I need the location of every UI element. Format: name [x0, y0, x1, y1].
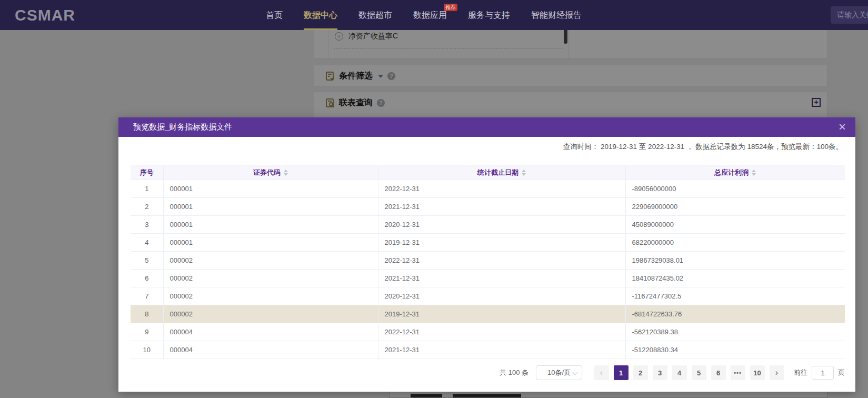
table-cell: 2019-12-31: [378, 234, 625, 252]
table-cell: 2021-12-31: [378, 341, 625, 359]
table-cell: 10: [131, 341, 163, 359]
prev-page-button[interactable]: ‹: [594, 365, 609, 380]
table-cell: 68220000000: [625, 234, 845, 252]
table-row[interactable]: 100000042021-12-31-512208830.34: [131, 341, 845, 359]
sort-icon[interactable]: [522, 170, 526, 176]
table-cell: 2022-12-31: [378, 252, 625, 270]
table-header-row: 序号证券代码统计截止日期总应计利润: [131, 165, 845, 180]
table-cell: -512208830.34: [625, 341, 845, 359]
table-cell: 8: [131, 305, 163, 323]
table-cell: 7: [131, 287, 163, 305]
table-cell: 2021-12-31: [378, 198, 625, 216]
nav-item-support[interactable]: 服务与支持: [468, 0, 510, 30]
table-cell: 2020-12-31: [378, 216, 625, 234]
query-info-text: 查询时间： 2019-12-31 至 2022-12-31 ， 数据总记录数为 …: [563, 142, 843, 152]
table-cell: -562120389.38: [625, 323, 845, 341]
table-cell: 000002: [163, 287, 378, 305]
page-size-select[interactable]: 10条/页: [536, 365, 582, 380]
table-cell: 000002: [163, 270, 378, 287]
table-row[interactable]: 20000012021-12-31229069000000: [131, 198, 845, 216]
table-cell: 4: [131, 234, 163, 252]
table-row[interactable]: 80000022019-12-31-6814722633.76: [131, 305, 845, 323]
goto-suffix: 页: [838, 368, 845, 377]
table-row[interactable]: 40000012019-12-3168220000000: [131, 234, 845, 252]
page-button-5[interactable]: 5: [692, 365, 706, 380]
table-row[interactable]: 50000022022-12-3119867329038.01: [131, 252, 845, 270]
table-cell: 2: [131, 198, 163, 216]
goto-page-input[interactable]: [812, 366, 834, 380]
page-button-2[interactable]: 2: [633, 365, 648, 380]
next-page-button[interactable]: ›: [770, 365, 784, 380]
table-body: 10000012022-12-31-8905600000020000012021…: [131, 180, 845, 359]
close-icon[interactable]: ×: [839, 120, 846, 134]
page-button-10[interactable]: 10: [750, 365, 765, 380]
total-count-label: 共 100 条: [500, 368, 528, 377]
preview-data-modal: 预览数据_财务指标数据文件 × 查询时间： 2019-12-31 至 2022-…: [118, 117, 855, 392]
goto-label: 前往: [794, 368, 807, 377]
table-cell: 3: [131, 216, 163, 234]
page-ellipsis-button[interactable]: •••: [731, 365, 745, 380]
search-input[interactable]: 请输入关键词: [831, 6, 868, 24]
table-cell: 19867329038.01: [625, 252, 845, 270]
csmar-logo[interactable]: CSMAR: [15, 6, 75, 24]
table-row[interactable]: 70000022020-12-31-11672477302.5: [131, 287, 845, 305]
table-cell: 2022-12-31: [378, 323, 625, 341]
table-cell: 5: [131, 252, 163, 270]
table-cell: 6: [131, 270, 163, 287]
page-button-1[interactable]: 1: [614, 365, 628, 380]
column-header-3[interactable]: 总应计利润: [625, 165, 845, 180]
table-cell: 229069000000: [625, 198, 845, 216]
page-button-6[interactable]: 6: [711, 365, 726, 380]
table-cell: 2022-12-31: [378, 180, 625, 198]
column-header-1[interactable]: 证券代码: [163, 165, 378, 180]
nav-item-home[interactable]: 首页: [266, 0, 283, 30]
top-navigation-bar: CSMAR 首页 数据中心 数据超市 数据应用 推荐 服务与支持 智能财经报告 …: [0, 0, 868, 30]
chevron-down-icon: [573, 370, 578, 375]
table-cell: 000002: [163, 252, 378, 270]
table-cell: -11672477302.5: [625, 287, 845, 305]
table-cell: 000001: [163, 198, 378, 216]
table-cell: 000002: [163, 305, 378, 323]
table-cell: 9: [131, 323, 163, 341]
nav-item-data-center[interactable]: 数据中心: [304, 0, 337, 30]
nav-item-data-mart[interactable]: 数据超市: [358, 0, 392, 30]
page-button-4[interactable]: 4: [672, 365, 687, 380]
nav-item-smart-report[interactable]: 智能财经报告: [531, 0, 582, 30]
table-cell: 000001: [163, 234, 378, 252]
table-cell: 000001: [163, 180, 378, 198]
table-cell: 2019-12-31: [378, 305, 625, 323]
table-cell: 000001: [163, 216, 378, 234]
table-row[interactable]: 60000022021-12-3118410872435.02: [131, 270, 845, 287]
pagination-bar: 共 100 条 10条/页 ‹ 123456•••10 › 前往 页: [500, 365, 845, 380]
table-row[interactable]: 30000012020-12-3145089000000: [131, 216, 845, 234]
modal-title: 预览数据_财务指标数据文件: [133, 122, 232, 132]
sort-icon[interactable]: [752, 170, 756, 176]
table-cell: 1: [131, 180, 163, 198]
table-row[interactable]: 90000042022-12-31-562120389.38: [131, 323, 845, 341]
nav-item-data-app[interactable]: 数据应用 推荐: [413, 0, 447, 30]
modal-header: 预览数据_财务指标数据文件 ×: [118, 117, 855, 137]
table-cell: 2021-12-31: [378, 270, 625, 287]
table-cell: -6814722633.76: [625, 305, 845, 323]
nav-menu: 首页 数据中心 数据超市 数据应用 推荐 服务与支持 智能财经报告: [266, 0, 582, 30]
table-cell: 000004: [163, 323, 378, 341]
table-cell: -89056000000: [625, 180, 845, 198]
preview-data-table: 序号证券代码统计截止日期总应计利润 10000012022-12-31-8905…: [131, 165, 845, 359]
table-cell: 45089000000: [625, 216, 845, 234]
column-header-0: 序号: [131, 165, 163, 180]
table-cell: 000004: [163, 341, 378, 359]
table-cell: 2020-12-31: [378, 287, 625, 305]
table-row[interactable]: 10000012022-12-31-89056000000: [131, 180, 845, 198]
table-cell: 18410872435.02: [625, 270, 845, 287]
sort-icon[interactable]: [284, 170, 288, 176]
page-button-3[interactable]: 3: [653, 365, 667, 380]
column-header-2[interactable]: 统计截止日期: [378, 165, 625, 180]
recommend-badge: 推荐: [444, 4, 457, 11]
